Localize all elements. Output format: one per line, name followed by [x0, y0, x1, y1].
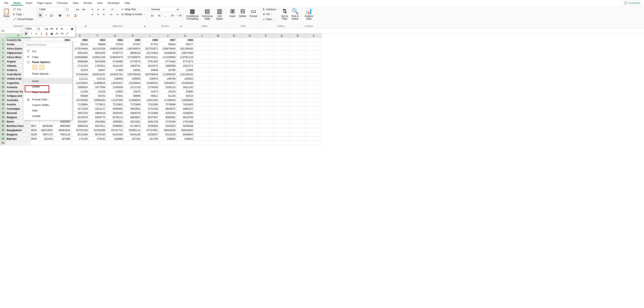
cell[interactable]: 182888	[106, 137, 124, 141]
cell[interactable]	[89, 141, 106, 145]
cell[interactable]: 2964416	[89, 111, 106, 115]
cell[interactable]	[194, 119, 210, 124]
cell[interactable]	[306, 111, 322, 115]
cell[interactable]: 191785	[142, 137, 159, 141]
cell[interactable]	[274, 119, 290, 124]
cell[interactable]	[274, 137, 290, 141]
cell[interactable]: 108758634	[142, 72, 159, 76]
cell[interactable]: 10399936	[159, 51, 176, 55]
cell[interactable]: 148769974	[124, 46, 142, 51]
cell[interactable]: 102832792	[106, 72, 124, 76]
cell[interactable]: 3253215	[159, 111, 176, 115]
cell[interactable]: 2502897	[71, 119, 89, 124]
cell[interactable]	[290, 128, 306, 132]
cell[interactable]	[258, 94, 274, 98]
cell[interactable]	[290, 102, 306, 107]
cell[interactable]	[306, 107, 322, 111]
align-bottom-button[interactable]: ≡	[101, 7, 106, 12]
cell[interactable]	[274, 72, 290, 76]
mini-bold-button[interactable]: B	[24, 31, 28, 36]
cell[interactable]	[194, 132, 210, 137]
cell[interactable]: 7175811	[89, 102, 106, 107]
cell[interactable]	[290, 89, 306, 94]
cell[interactable]: 149855	[124, 76, 142, 81]
cell[interactable]: 62523	[176, 94, 194, 98]
cell[interactable]: 10742000	[71, 98, 89, 102]
cell[interactable]: 156876454	[159, 46, 176, 51]
number-format-select[interactable]: General	[149, 7, 180, 12]
italic-button[interactable]: I	[43, 13, 48, 18]
cell[interactable]: 12009000	[176, 98, 194, 102]
cell[interactable]	[242, 98, 258, 102]
cell[interactable]: 2077584	[89, 85, 106, 89]
row-header-18[interactable]: 18	[0, 111, 6, 115]
cell[interactable]: 169768	[159, 76, 176, 81]
cell[interactable]	[290, 81, 306, 85]
cell[interactable]: 4592601	[124, 107, 142, 111]
cell[interactable]: 5608499	[71, 59, 89, 64]
cell[interactable]: 7322066	[142, 102, 159, 107]
column-header-M[interactable]: M	[210, 34, 226, 38]
cell[interactable]: 2145004	[106, 85, 124, 89]
cell[interactable]: 1965	[124, 38, 142, 42]
column-header-J[interactable]: J	[159, 34, 176, 38]
sort-filter-button[interactable]: ⇅Sort & Filter	[280, 7, 290, 21]
cell[interactable]: 1864791	[124, 64, 142, 68]
mini-accounting-button[interactable]: $	[54, 26, 59, 31]
cell[interactable]: 1963	[89, 38, 106, 42]
cell[interactable]: 53741721	[106, 128, 124, 132]
cell[interactable]: 162429	[40, 137, 54, 141]
cell[interactable]	[226, 124, 242, 128]
cell[interactable]: 2401142	[176, 85, 194, 89]
cell[interactable]	[210, 51, 226, 55]
cell[interactable]	[194, 111, 210, 115]
cell[interactable]: 2022272	[176, 64, 194, 68]
cell[interactable]: 1965598	[159, 64, 176, 68]
cell[interactable]	[306, 124, 322, 128]
cell[interactable]	[194, 76, 210, 81]
cell[interactable]: 196060	[159, 137, 176, 141]
cell[interactable]: 9220578	[71, 115, 89, 119]
font-name-select[interactable]	[38, 7, 64, 12]
menu-formulas[interactable]: Formulas	[54, 1, 70, 5]
cell[interactable]	[242, 111, 258, 115]
format-as-table-button[interactable]: ▤Format as Table	[200, 7, 214, 21]
cell[interactable]	[226, 89, 242, 94]
cell[interactable]: 9744772	[106, 51, 124, 55]
cell[interactable]: 7376998	[159, 102, 176, 107]
context-search-input[interactable]	[25, 42, 70, 47]
cell[interactable]: 7943118	[54, 132, 71, 137]
cell[interactable]: 8144340	[106, 132, 124, 137]
cell[interactable]: 21824427	[106, 81, 124, 85]
orientation-button[interactable]: ↗▾	[109, 7, 116, 12]
alignment-dialog-launcher[interactable]: ◢	[144, 25, 146, 27]
align-top-button[interactable]: ≡	[90, 7, 95, 12]
ctx-format-cells[interactable]: ▥Format Cells...	[24, 97, 72, 102]
ctx-hide[interactable]: Hide	[24, 108, 72, 113]
cell-styles-button[interactable]: ▥Cell Styles	[215, 7, 224, 21]
cell[interactable]: 57641	[106, 94, 124, 98]
row-header-24[interactable]: 24	[0, 137, 6, 141]
row-header-23[interactable]: 23	[0, 132, 6, 137]
cell[interactable]	[194, 38, 210, 42]
underline-button[interactable]: U▾	[49, 13, 54, 18]
cell[interactable]: 11799000	[159, 98, 176, 102]
cell[interactable]: 2682159	[142, 119, 159, 124]
cell[interactable]	[210, 115, 226, 119]
cell[interactable]	[290, 111, 306, 115]
cell[interactable]: 4960237	[176, 107, 194, 111]
cell[interactable]: 11167000	[106, 98, 124, 102]
mini-decrease-font-button[interactable]: A▾	[50, 26, 54, 31]
column-header-K[interactable]: K	[176, 34, 194, 38]
cell[interactable]: 22494031	[142, 81, 159, 85]
cell[interactable]	[226, 42, 242, 46]
cell[interactable]	[274, 38, 290, 42]
cell[interactable]: 5256360	[142, 124, 159, 128]
row-header-22[interactable]: 22	[0, 128, 6, 132]
cell[interactable]	[274, 55, 290, 59]
ctx-insert[interactable]: Insert	[24, 78, 72, 84]
format-painter-button[interactable]: 🖌️Format Painter	[12, 17, 34, 22]
cell[interactable]: 102691339	[89, 55, 106, 59]
mini-align-button[interactable]: ≡	[34, 31, 38, 36]
cell[interactable]	[210, 81, 226, 85]
